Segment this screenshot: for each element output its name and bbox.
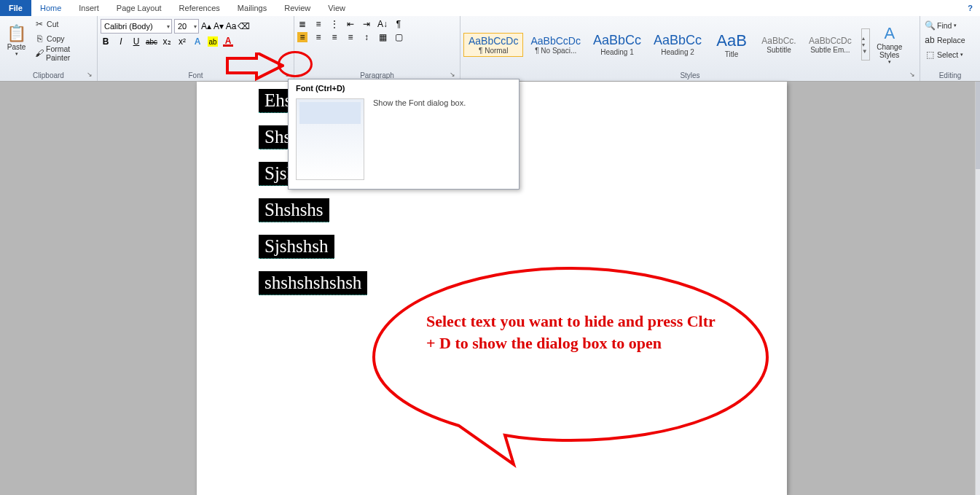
paste-label: Paste [7, 43, 26, 51]
styles-label: Styles [463, 71, 917, 81]
replace-icon: ab [925, 35, 935, 45]
italic-button[interactable]: I [116, 36, 126, 47]
justify-button[interactable]: ≡ [345, 32, 356, 42]
bold-button[interactable]: B [101, 36, 111, 47]
sort-button[interactable]: A↓ [377, 19, 388, 29]
group-styles: AaBbCcDc¶ NormalAaBbCcDc¶ No Spaci...AaB… [460, 16, 920, 81]
copy-button[interactable]: ⎘Copy [33, 32, 94, 45]
editing-label: Editing [923, 71, 977, 81]
bullets-button[interactable]: ≣ [297, 19, 307, 29]
tab-insert[interactable]: Insert [70, 0, 108, 16]
paste-button[interactable]: 📋 Paste ▾ [3, 17, 30, 63]
scrollbar-thumb[interactable] [976, 82, 980, 169]
style-subtitle[interactable]: AaBbCc.Subtitle [756, 34, 801, 56]
tab-mailings[interactable]: Mailings [229, 0, 275, 16]
superscript-button[interactable]: x² [177, 36, 187, 47]
show-marks-button[interactable]: ¶ [393, 19, 404, 29]
help-button[interactable]: ? [968, 4, 973, 12]
annotation-callout [368, 262, 773, 470]
annotation-callout-text: Select text you want to hide and press C… [426, 311, 725, 354]
annotation-arrow [226, 52, 284, 82]
font-color-button[interactable]: A [223, 36, 233, 47]
style-subtle-em-[interactable]: AaBbCcDcSubtle Em... [804, 34, 857, 56]
tab-page-layout[interactable]: Page Layout [108, 0, 170, 16]
line-spacing-button[interactable]: ↕ [361, 32, 372, 42]
subscript-button[interactable]: x₂ [162, 36, 172, 47]
brush-icon: 🖌 [34, 48, 44, 58]
tab-view[interactable]: View [319, 0, 354, 16]
styles-launcher[interactable]: ↘ [909, 71, 918, 79]
increase-indent-button[interactable]: ⇥ [361, 19, 372, 29]
highlight-button[interactable]: ab [208, 36, 218, 47]
font-size-select[interactable]: 20 [174, 19, 199, 34]
style--normal[interactable]: AaBbCcDc¶ Normal [463, 33, 523, 57]
styles-more-button[interactable]: ▴▾▼ [861, 28, 870, 61]
change-styles-icon: A [884, 24, 895, 43]
paste-icon: 📋 [7, 24, 26, 43]
group-paragraph: ≣ ≡ ⋮ ⇤ ⇥ A↓ ¶ ≡ ≡ ≡ ≡ ↕ ▦ ▢ Paragraph ↘ [294, 16, 460, 81]
style-heading-2[interactable]: AaBbCcHeading 2 [648, 31, 707, 58]
copy-icon: ⎘ [34, 34, 44, 44]
select-icon: ⬚ [925, 50, 935, 60]
vertical-scrollbar[interactable] [975, 82, 980, 495]
replace-button[interactable]: abReplace [923, 34, 967, 47]
tab-home[interactable]: Home [31, 0, 70, 16]
styles-gallery[interactable]: AaBbCcDc¶ NormalAaBbCcDc¶ No Spaci...AaB… [463, 29, 857, 61]
group-clipboard: 📋 Paste ▾ ✂Cut ⎘Copy 🖌Format Painter Cli… [0, 16, 98, 81]
shrink-font-button[interactable]: A▾ [213, 21, 224, 31]
selected-text[interactable]: shshshshshsh [259, 271, 367, 295]
align-left-button[interactable]: ≡ [297, 32, 307, 42]
ribbon-tabs: File Home Insert Page Layout References … [0, 0, 980, 16]
find-icon: 🔍 [925, 20, 935, 31]
selected-text[interactable]: Sjshshsh [259, 235, 334, 259]
shading-button[interactable]: ▦ [377, 32, 388, 42]
scissors-icon: ✂ [34, 19, 44, 29]
svg-marker-0 [227, 52, 283, 79]
clear-format-button[interactable]: ⌫ [238, 21, 248, 31]
grow-font-button[interactable]: A▴ [201, 21, 211, 31]
ribbon: 📋 Paste ▾ ✂Cut ⎘Copy 🖌Format Painter Cli… [0, 16, 980, 82]
change-case-button[interactable]: Aa [226, 21, 236, 31]
clipboard-launcher[interactable]: ↘ [87, 71, 95, 79]
select-button[interactable]: ⬚Select ▾ [923, 48, 965, 61]
selected-text[interactable]: Shshshs [259, 198, 329, 222]
tooltip-desc: Show the Font dialog box. [373, 98, 466, 180]
underline-button[interactable]: U [131, 36, 141, 47]
tooltip-title: Font (Ctrl+D) [289, 79, 519, 94]
align-right-button[interactable]: ≡ [329, 32, 340, 42]
annotation-circle [278, 51, 313, 77]
style-heading-1[interactable]: AaBbCcHeading 1 [588, 31, 646, 58]
strike-button[interactable]: abc [146, 36, 157, 47]
numbering-button[interactable]: ≡ [313, 19, 324, 29]
multilevel-button[interactable]: ⋮ [329, 19, 340, 29]
tab-references[interactable]: References [170, 0, 229, 16]
tab-review[interactable]: Review [275, 0, 319, 16]
align-center-button[interactable]: ≡ [313, 32, 324, 42]
group-editing: 🔍Find ▾ abReplace ⬚Select ▾ Editing [920, 16, 980, 81]
tab-file[interactable]: File [0, 0, 31, 16]
change-styles-button[interactable]: A Change Styles ▾ [873, 22, 906, 67]
font-launcher-tooltip: Font (Ctrl+D) Show the Font dialog box. [288, 79, 520, 190]
font-family-select[interactable]: Calibri (Body) [101, 19, 172, 34]
find-button[interactable]: 🔍Find ▾ [923, 19, 958, 32]
tooltip-preview-image [296, 98, 364, 180]
clipboard-label: Clipboard [3, 71, 94, 81]
text-effects-button[interactable]: A [192, 36, 203, 47]
style--no-spaci-[interactable]: AaBbCcDc¶ No Spaci... [525, 33, 585, 57]
cut-button[interactable]: ✂Cut [33, 17, 94, 31]
borders-button[interactable]: ▢ [393, 32, 404, 42]
format-painter-button[interactable]: 🖌Format Painter [33, 47, 94, 60]
decrease-indent-button[interactable]: ⇤ [345, 19, 356, 29]
style-title[interactable]: AaBTitle [709, 29, 754, 61]
